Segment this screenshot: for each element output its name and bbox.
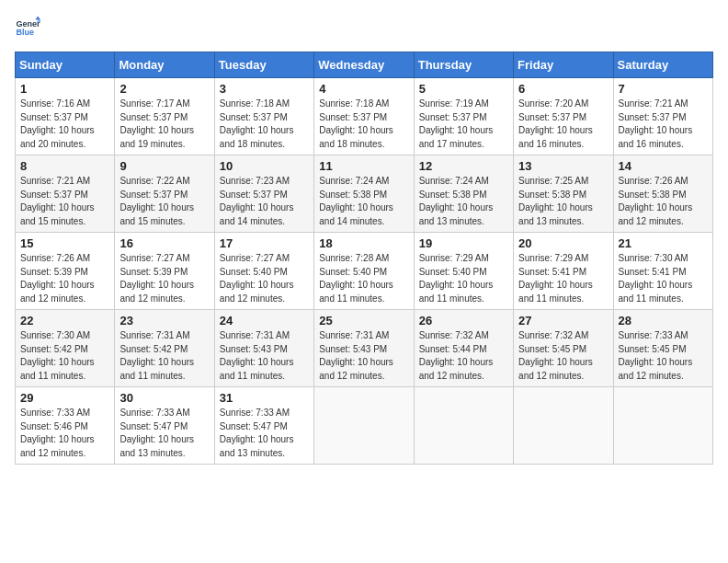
weekday-header-wednesday: Wednesday <box>314 52 414 78</box>
day-info: Sunrise: 7:26 AM Sunset: 5:38 PM Dayligh… <box>619 175 708 228</box>
day-number: 26 <box>419 314 508 327</box>
day-info: Sunrise: 7:31 AM Sunset: 5:42 PM Dayligh… <box>119 329 209 383</box>
day-number: 2 <box>119 82 209 96</box>
calendar-cell: 2 Sunrise: 7:17 AM Sunset: 5:37 PM Dayli… <box>115 78 214 155</box>
logo: General Blue <box>15 15 44 40</box>
day-info: Sunrise: 7:33 AM Sunset: 5:45 PM Dayligh… <box>619 329 708 383</box>
calendar-cell: 17 Sunrise: 7:27 AM Sunset: 5:40 PM Dayl… <box>214 233 313 310</box>
day-number: 9 <box>119 159 209 173</box>
day-number: 22 <box>20 314 109 327</box>
svg-text:Blue: Blue <box>16 28 34 37</box>
day-number: 27 <box>518 314 608 327</box>
calendar-table: SundayMondayTuesdayWednesdayThursdayFrid… <box>15 52 713 465</box>
week-row-3: 15 Sunrise: 7:26 AM Sunset: 5:39 PM Dayl… <box>16 233 713 310</box>
day-info: Sunrise: 7:29 AM Sunset: 5:41 PM Dayligh… <box>518 252 608 305</box>
day-info: Sunrise: 7:28 AM Sunset: 5:40 PM Dayligh… <box>319 252 408 305</box>
day-number: 11 <box>319 159 408 173</box>
day-number: 14 <box>619 159 708 173</box>
day-info: Sunrise: 7:24 AM Sunset: 5:38 PM Dayligh… <box>419 175 508 228</box>
calendar-cell: 6 Sunrise: 7:20 AM Sunset: 5:37 PM Dayli… <box>514 78 613 155</box>
day-info: Sunrise: 7:16 AM Sunset: 5:37 PM Dayligh… <box>20 98 109 151</box>
calendar-cell: 19 Sunrise: 7:29 AM Sunset: 5:40 PM Dayl… <box>414 233 513 310</box>
calendar-cell: 13 Sunrise: 7:25 AM Sunset: 5:38 PM Dayl… <box>514 155 613 233</box>
calendar-cell: 15 Sunrise: 7:26 AM Sunset: 5:39 PM Dayl… <box>16 233 115 310</box>
calendar-cell: 14 Sunrise: 7:26 AM Sunset: 5:38 PM Dayl… <box>613 155 712 233</box>
calendar-cell <box>613 387 712 465</box>
calendar-cell: 7 Sunrise: 7:21 AM Sunset: 5:37 PM Dayli… <box>613 78 712 155</box>
day-number: 12 <box>419 159 508 173</box>
day-number: 31 <box>220 391 309 405</box>
day-number: 3 <box>220 82 309 96</box>
day-info: Sunrise: 7:33 AM Sunset: 5:47 PM Dayligh… <box>119 407 209 460</box>
day-number: 6 <box>518 82 608 96</box>
day-info: Sunrise: 7:26 AM Sunset: 5:39 PM Dayligh… <box>20 252 109 305</box>
day-info: Sunrise: 7:18 AM Sunset: 5:37 PM Dayligh… <box>220 98 309 151</box>
day-number: 29 <box>20 391 109 405</box>
day-number: 21 <box>619 236 708 250</box>
calendar-cell <box>314 387 414 465</box>
day-number: 15 <box>20 236 109 250</box>
week-row-2: 8 Sunrise: 7:21 AM Sunset: 5:37 PM Dayli… <box>16 155 713 233</box>
calendar-cell: 26 Sunrise: 7:32 AM Sunset: 5:44 PM Dayl… <box>414 310 513 387</box>
day-info: Sunrise: 7:32 AM Sunset: 5:45 PM Dayligh… <box>518 329 608 383</box>
day-number: 4 <box>319 82 408 96</box>
day-info: Sunrise: 7:33 AM Sunset: 5:47 PM Dayligh… <box>220 407 309 460</box>
calendar-cell: 20 Sunrise: 7:29 AM Sunset: 5:41 PM Dayl… <box>514 233 613 310</box>
calendar-cell: 1 Sunrise: 7:16 AM Sunset: 5:37 PM Dayli… <box>16 78 115 155</box>
weekday-header-sunday: Sunday <box>16 52 115 78</box>
calendar-cell: 25 Sunrise: 7:31 AM Sunset: 5:43 PM Dayl… <box>314 310 414 387</box>
calendar-cell: 27 Sunrise: 7:32 AM Sunset: 5:45 PM Dayl… <box>514 310 613 387</box>
day-number: 18 <box>319 236 408 250</box>
day-number: 5 <box>419 82 508 96</box>
calendar-cell: 12 Sunrise: 7:24 AM Sunset: 5:38 PM Dayl… <box>414 155 513 233</box>
weekday-header-friday: Friday <box>514 52 613 78</box>
calendar-cell: 11 Sunrise: 7:24 AM Sunset: 5:38 PM Dayl… <box>314 155 414 233</box>
day-info: Sunrise: 7:30 AM Sunset: 5:42 PM Dayligh… <box>20 329 109 383</box>
calendar-cell: 4 Sunrise: 7:18 AM Sunset: 5:37 PM Dayli… <box>314 78 414 155</box>
day-info: Sunrise: 7:18 AM Sunset: 5:37 PM Dayligh… <box>319 98 408 151</box>
day-number: 1 <box>20 82 109 96</box>
day-info: Sunrise: 7:27 AM Sunset: 5:40 PM Dayligh… <box>220 252 309 305</box>
day-info: Sunrise: 7:31 AM Sunset: 5:43 PM Dayligh… <box>319 329 408 383</box>
calendar-cell: 22 Sunrise: 7:30 AM Sunset: 5:42 PM Dayl… <box>16 310 115 387</box>
day-number: 19 <box>419 236 508 250</box>
calendar-cell: 24 Sunrise: 7:31 AM Sunset: 5:43 PM Dayl… <box>214 310 313 387</box>
svg-marker-2 <box>35 16 40 19</box>
week-row-5: 29 Sunrise: 7:33 AM Sunset: 5:46 PM Dayl… <box>16 387 713 465</box>
day-info: Sunrise: 7:24 AM Sunset: 5:38 PM Dayligh… <box>319 175 408 228</box>
svg-text:General: General <box>16 19 40 29</box>
weekday-header-saturday: Saturday <box>613 52 712 78</box>
weekday-header-thursday: Thursday <box>414 52 513 78</box>
calendar-cell: 8 Sunrise: 7:21 AM Sunset: 5:37 PM Dayli… <box>16 155 115 233</box>
day-number: 7 <box>619 82 708 96</box>
day-number: 28 <box>619 314 708 327</box>
logo-icon: General Blue <box>15 15 40 40</box>
calendar-cell: 21 Sunrise: 7:30 AM Sunset: 5:41 PM Dayl… <box>613 233 712 310</box>
calendar-cell: 23 Sunrise: 7:31 AM Sunset: 5:42 PM Dayl… <box>115 310 214 387</box>
day-info: Sunrise: 7:20 AM Sunset: 5:37 PM Dayligh… <box>518 98 608 151</box>
day-number: 16 <box>119 236 209 250</box>
day-info: Sunrise: 7:23 AM Sunset: 5:37 PM Dayligh… <box>220 175 309 228</box>
day-number: 20 <box>518 236 608 250</box>
calendar-cell: 30 Sunrise: 7:33 AM Sunset: 5:47 PM Dayl… <box>115 387 214 465</box>
day-info: Sunrise: 7:19 AM Sunset: 5:37 PM Dayligh… <box>419 98 508 151</box>
calendar-cell: 9 Sunrise: 7:22 AM Sunset: 5:37 PM Dayli… <box>115 155 214 233</box>
day-number: 24 <box>220 314 309 327</box>
calendar-cell: 29 Sunrise: 7:33 AM Sunset: 5:46 PM Dayl… <box>16 387 115 465</box>
calendar-cell: 31 Sunrise: 7:33 AM Sunset: 5:47 PM Dayl… <box>214 387 313 465</box>
calendar-cell: 16 Sunrise: 7:27 AM Sunset: 5:39 PM Dayl… <box>115 233 214 310</box>
weekday-header-monday: Monday <box>115 52 214 78</box>
calendar-cell: 28 Sunrise: 7:33 AM Sunset: 5:45 PM Dayl… <box>613 310 712 387</box>
day-number: 25 <box>319 314 408 327</box>
week-row-1: 1 Sunrise: 7:16 AM Sunset: 5:37 PM Dayli… <box>16 78 713 155</box>
day-info: Sunrise: 7:17 AM Sunset: 5:37 PM Dayligh… <box>119 98 209 151</box>
page-header: General Blue <box>15 15 713 40</box>
day-info: Sunrise: 7:25 AM Sunset: 5:38 PM Dayligh… <box>518 175 608 228</box>
day-info: Sunrise: 7:31 AM Sunset: 5:43 PM Dayligh… <box>220 329 309 383</box>
day-info: Sunrise: 7:33 AM Sunset: 5:46 PM Dayligh… <box>20 407 109 460</box>
day-number: 30 <box>119 391 209 405</box>
day-number: 23 <box>119 314 209 327</box>
day-number: 17 <box>220 236 309 250</box>
day-info: Sunrise: 7:21 AM Sunset: 5:37 PM Dayligh… <box>619 98 708 151</box>
week-row-4: 22 Sunrise: 7:30 AM Sunset: 5:42 PM Dayl… <box>16 310 713 387</box>
